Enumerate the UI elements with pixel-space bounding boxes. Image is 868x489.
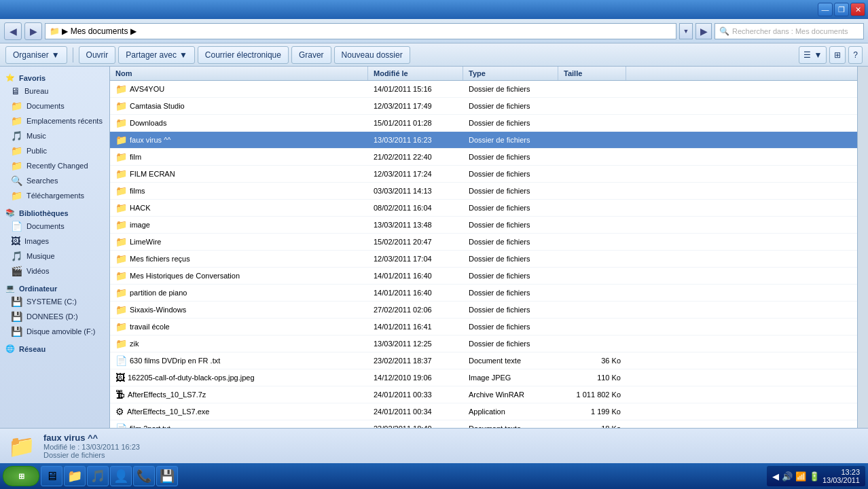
sidebar-item-searches[interactable]: 🔍Searches <box>0 173 109 188</box>
file-label-13: Sixaxis-Windows <box>130 306 186 314</box>
sidebar-item-music[interactable]: 🎵Music <box>0 128 109 143</box>
file-date-20: 23/02/2011 18:40 <box>368 423 463 428</box>
maximize-button[interactable]: ❐ <box>834 3 849 16</box>
sidebar-item-label-2-0: SYSTEME (C:) <box>26 297 77 306</box>
table-row[interactable]: 📁FILM ECRAN12/03/2011 17:24Dossier de fi… <box>110 166 857 183</box>
tray-network-icon[interactable]: 📶 <box>795 471 806 482</box>
table-row[interactable]: ⚙AfterEffects_10_LS7.exe24/01/2011 00:34… <box>110 403 857 420</box>
partager-button[interactable]: Partager avec ▼ <box>118 46 195 64</box>
table-row[interactable]: 📄630 films DVDrip en FR .txt23/02/2011 1… <box>110 352 857 369</box>
sidebar-item-icon-2-2: 💾 <box>11 326 22 337</box>
table-row[interactable]: 📁partition de piano14/01/2011 16:40Dossi… <box>110 285 857 302</box>
view-button[interactable]: ☰ ▼ <box>799 46 827 64</box>
table-row[interactable]: 📁AVS4YOU14/01/2011 15:16Dossier de fichi… <box>110 81 857 98</box>
courrier-button[interactable]: Courrier électronique <box>198 46 289 64</box>
sidebar-item-label-1-1: Images <box>24 237 49 245</box>
col-header-size[interactable]: Taille <box>558 67 626 80</box>
file-name-20: 📄film 2part.txt <box>110 422 368 428</box>
sidebar-item-donnees-(d:)[interactable]: 💾DONNEES (D:) <box>0 309 109 324</box>
file-label-7: HACK <box>130 204 151 212</box>
table-row[interactable]: 📄film 2part.txt23/02/2011 18:40Document … <box>110 420 857 428</box>
taskbar-icon-save[interactable]: 💾 <box>156 466 178 486</box>
sidebar-item-disque-amovible-(f:)[interactable]: 💾Disque amovible (F:) <box>0 324 109 339</box>
sidebar-item-téléchargements[interactable]: 📁Téléchargements <box>0 188 109 203</box>
file-label-14: travail école <box>130 323 170 331</box>
table-row[interactable]: 📁Mes fichiers reçus12/03/2011 17:04Dossi… <box>110 251 857 268</box>
table-row[interactable]: 📁Downloads15/01/2011 01:28Dossier de fic… <box>110 115 857 132</box>
nouveau-dossier-button[interactable]: Nouveau dossier <box>334 46 410 64</box>
sidebar-item-recently-changed[interactable]: 📁Recently Changed <box>0 158 109 173</box>
taskbar-icon-folder[interactable]: 📁 <box>64 466 86 486</box>
sidebar-item-documents[interactable]: 📁Documents <box>0 98 109 113</box>
path-dropdown[interactable]: ▼ <box>679 23 693 39</box>
col-header-type[interactable]: Type <box>463 67 558 80</box>
table-row[interactable]: 📁zik13/03/2011 12:25Dossier de fichiers <box>110 336 857 352</box>
sidebar-item-systeme-(c:)[interactable]: 💾SYSTEME (C:) <box>0 294 109 309</box>
tray-sound-icon[interactable]: 🔊 <box>782 471 793 482</box>
file-date-17: 14/12/2010 19:06 <box>368 372 463 383</box>
ouvrir-button[interactable]: Ouvrir <box>79 46 116 64</box>
help-button[interactable]: ? <box>848 46 863 64</box>
table-row[interactable]: 📁LimeWire15/02/2011 20:47Dossier de fich… <box>110 234 857 251</box>
file-icon-16: 📄 <box>115 355 127 366</box>
table-row[interactable]: 📁films03/03/2011 14:13Dossier de fichier… <box>110 183 857 200</box>
tray-arrow-icon[interactable]: ◀ <box>772 471 779 482</box>
forward-button[interactable]: ▶ <box>24 22 42 40</box>
taskbar-icon-explorer[interactable]: 🖥 <box>41 466 62 486</box>
address-path[interactable]: 📁 ▶ Mes documents ▶ <box>45 23 676 39</box>
table-row[interactable]: 📁Mes Historiques de Conversation14/01/20… <box>110 268 857 285</box>
sidebar-item-label-0-2: Emplacements récents <box>26 117 103 125</box>
table-row[interactable]: 📁Sixaxis-Windows27/02/2011 02:06Dossier … <box>110 302 857 319</box>
scrollbar[interactable] <box>857 67 868 428</box>
col-header-date[interactable]: Modifié le <box>368 67 463 80</box>
start-button[interactable]: ⊞ <box>3 466 39 486</box>
file-date-6: 03/03/2011 14:13 <box>368 185 463 196</box>
sidebar-item-documents[interactable]: 📄Documents <box>0 219 109 234</box>
search-box[interactable]: 🔍 Rechercher dans : Mes documents <box>715 23 864 39</box>
file-icon-6: 📁 <box>115 185 127 196</box>
tray-battery-icon[interactable]: 🔋 <box>809 471 820 482</box>
minimize-button[interactable]: — <box>818 3 833 16</box>
layout-button[interactable]: ⊞ <box>829 46 846 64</box>
sidebar-item-icon-1-3: 🎬 <box>11 266 22 276</box>
taskbar-icon-music[interactable]: 🎵 <box>87 466 109 486</box>
file-label-6: films <box>130 187 145 195</box>
taskbar-icon-phone[interactable]: 📞 <box>133 466 155 486</box>
status-name: faux virus ^^ <box>43 433 140 443</box>
sidebar-item-vidéos[interactable]: 🎬Vidéos <box>0 264 109 278</box>
close-button[interactable]: ✕ <box>850 3 865 16</box>
file-label-5: FILM ECRAN <box>130 170 175 178</box>
table-row[interactable]: 📁film21/02/2011 22:40Dossier de fichiers <box>110 149 857 166</box>
table-row[interactable]: 📁image13/03/2011 13:48Dossier de fichier… <box>110 217 857 234</box>
sidebar-item-public[interactable]: 📁Public <box>0 143 109 158</box>
taskbar-icon-user[interactable]: 👤 <box>110 466 132 486</box>
sidebar-item-bureau[interactable]: 🖥Bureau <box>0 84 109 98</box>
file-label-11: Mes Historiques de Conversation <box>130 272 240 280</box>
organiser-button[interactable]: Organiser ▼ <box>5 46 67 64</box>
file-type-7: Dossier de fichiers <box>463 202 558 213</box>
file-date-15: 13/03/2011 12:25 <box>368 338 463 349</box>
file-date-3: 13/03/2011 16:23 <box>368 134 463 145</box>
path-label: Mes documents <box>71 26 128 36</box>
go-button[interactable]: ▶ <box>695 23 712 39</box>
sidebar-header-icon-2: 💻 <box>5 284 15 293</box>
file-icon-14: 📁 <box>115 321 127 332</box>
graver-button[interactable]: Graver <box>291 46 331 64</box>
sidebar-item-musique[interactable]: 🎵Musique <box>0 249 109 264</box>
table-row[interactable]: 🖼162205-call-of-duty-black-ops.jpg.jpeg1… <box>110 369 857 386</box>
table-row[interactable]: 📁HACK08/02/2011 16:04Dossier de fichiers <box>110 200 857 217</box>
table-row[interactable]: 📁faux virus ^^13/03/2011 16:23Dossier de… <box>110 132 857 149</box>
file-size-0 <box>558 88 626 90</box>
table-row[interactable]: 📁Camtasia Studio12/03/2011 17:49Dossier … <box>110 98 857 115</box>
col-header-name[interactable]: Nom <box>110 67 368 80</box>
sidebar-item-emplacements-récents[interactable]: 📁Emplacements récents <box>0 113 109 128</box>
table-row[interactable]: 📁travail école14/01/2011 16:41Dossier de… <box>110 319 857 336</box>
file-area[interactable]: Nom Modifié le Type Taille 📁AVS4YOU14/01… <box>110 67 857 428</box>
sidebar-item-images[interactable]: 🖼Images <box>0 234 109 249</box>
file-type-20: Document texte <box>463 423 558 428</box>
table-row[interactable]: 🗜AfterEffects_10_LS7.7z24/01/2011 00:33A… <box>110 386 857 403</box>
file-name-8: 📁image <box>110 218 368 232</box>
file-type-1: Dossier de fichiers <box>463 101 558 111</box>
sidebar-item-icon-0-5: 📁 <box>11 160 22 171</box>
back-button[interactable]: ◀ <box>4 22 22 40</box>
